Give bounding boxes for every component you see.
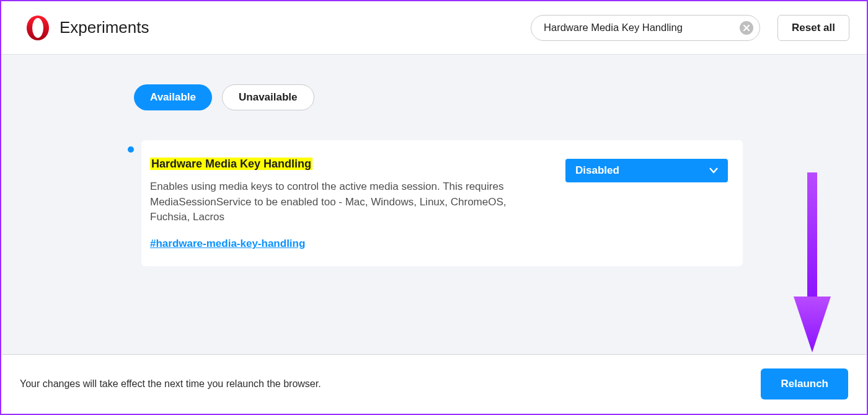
- flag-card: Hardware Media Key Handling Enables usin…: [141, 140, 743, 266]
- tab-unavailable[interactable]: Unavailable: [222, 84, 314, 110]
- flag-title: Hardware Media Key Handling: [150, 158, 312, 170]
- tabs: Available Unavailable: [134, 84, 867, 110]
- header-bar: Experiments Reset all: [1, 1, 867, 55]
- flag-hash-link[interactable]: #hardware-media-key-handling: [150, 238, 305, 250]
- opera-logo-icon: [25, 15, 51, 41]
- flag-row: Hardware Media Key Handling Enables usin…: [128, 140, 867, 266]
- content-area: Available Unavailable Hardware Media Key…: [1, 55, 867, 355]
- reset-all-button[interactable]: Reset all: [777, 15, 849, 41]
- flag-state-select[interactable]: Disabled: [565, 159, 728, 182]
- relaunch-bar: Your changes will take effect the next t…: [2, 354, 866, 413]
- tab-available[interactable]: Available: [134, 84, 212, 110]
- modified-indicator-icon: [128, 146, 134, 153]
- search-input[interactable]: [544, 22, 740, 33]
- svg-point-1: [32, 18, 43, 38]
- relaunch-button[interactable]: Relaunch: [761, 368, 848, 399]
- relaunch-message: Your changes will take effect the next t…: [20, 378, 761, 390]
- page-title: Experiments: [60, 18, 531, 37]
- flag-state-value: Disabled: [575, 164, 619, 177]
- chevron-down-icon: [709, 167, 718, 174]
- flag-description: Enables using media keys to control the …: [150, 179, 547, 225]
- clear-search-icon[interactable]: [740, 21, 753, 35]
- search-box[interactable]: [531, 15, 760, 41]
